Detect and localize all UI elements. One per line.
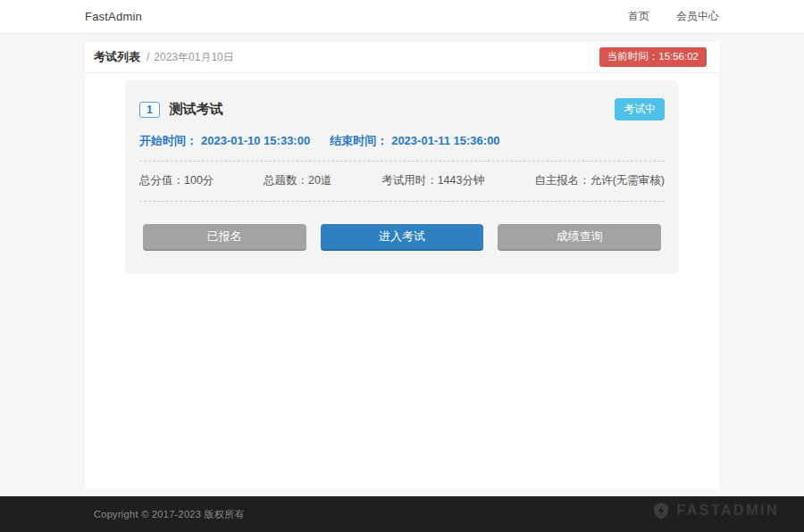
end-time-label: 结束时间：	[330, 134, 388, 147]
brand-logo-text[interactable]: FastAdmin	[85, 10, 142, 23]
nav-link-home[interactable]: 首页	[628, 9, 649, 24]
top-navbar: FastAdmin 首页 会员中心	[0, 0, 804, 34]
breadcrumb-date: 2023年01月10日	[154, 50, 233, 65]
breadcrumb-title: 考试列表	[94, 49, 140, 65]
fastadmin-logo: FASTADMIN	[652, 502, 779, 520]
start-time-value: 2023-01-10 15:33:00	[201, 134, 310, 147]
exam-times: 开始时间：2023-01-10 15:33:00 结束时间：2023-01-11…	[139, 133, 665, 149]
end-time-value: 2023-01-11 15:36:00	[391, 134, 499, 147]
exam-start-time: 开始时间：2023-01-10 15:33:00	[139, 133, 310, 149]
exam-stats: 总分值：100分 总题数：20道 考试用时：1443分钟 自主报名：允许(无需审…	[139, 173, 665, 188]
current-time-badge: 当前时间：15:56:02	[599, 47, 707, 67]
enter-exam-button[interactable]: 进入考试	[321, 224, 484, 251]
score-query-button[interactable]: 成绩查询	[498, 224, 661, 251]
exam-title: 测试考试	[170, 101, 223, 118]
breadcrumb: 考试列表 / 2023年01月10日	[94, 49, 234, 65]
stat-question-count: 总题数：20道	[264, 173, 331, 188]
stat-duration: 考试用时：1443分钟	[381, 173, 484, 188]
breadcrumb-separator: /	[147, 51, 149, 63]
main-panel: 考试列表 / 2023年01月10日 当前时间：15:56:02 1 测试考试 …	[85, 42, 719, 489]
start-time-label: 开始时间：	[139, 134, 197, 147]
stat-total-score: 总分值：100分	[139, 173, 214, 188]
shield-bolt-icon	[652, 502, 670, 520]
copyright-text: Copyright © 2017-2023 版权所有	[94, 508, 245, 521]
exam-list: 1 测试考试 考试中 开始时间：2023-01-10 15:33:00 结束时间…	[85, 73, 719, 274]
nav-link-member-center[interactable]: 会员中心	[676, 9, 719, 24]
exam-status-badge: 考试中	[615, 98, 665, 121]
exam-actions: 已报名 进入考试 成绩查询	[139, 224, 665, 251]
dashed-divider	[139, 161, 665, 162]
exam-end-time: 结束时间：2023-01-11 15:36:00	[330, 133, 499, 149]
nav-links: 首页 会员中心	[628, 9, 719, 24]
stat-self-enroll: 自主报名：允许(无需审核)	[534, 173, 665, 188]
page-footer: Copyright © 2017-2023 版权所有 FASTADMIN	[0, 496, 804, 532]
fastadmin-logo-text: FASTADMIN	[676, 503, 779, 519]
breadcrumb-bar: 考试列表 / 2023年01月10日 当前时间：15:56:02	[85, 42, 719, 73]
dashed-divider	[139, 201, 665, 202]
exam-index-badge: 1	[139, 102, 160, 118]
exam-card: 1 测试考试 考试中 开始时间：2023-01-10 15:33:00 结束时间…	[125, 80, 679, 274]
registered-button[interactable]: 已报名	[143, 224, 306, 251]
